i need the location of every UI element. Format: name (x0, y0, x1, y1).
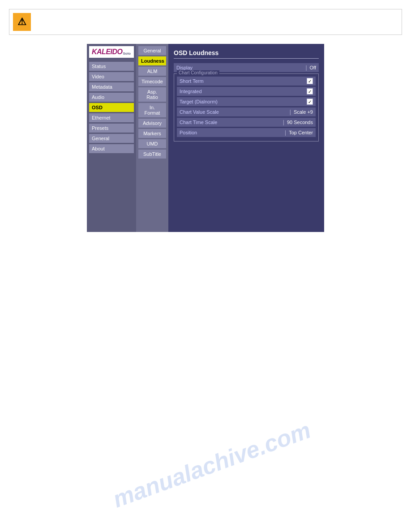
chart-value-scale-label: Chart Value Scale (180, 109, 287, 115)
sidebar-item-metadata[interactable]: Metadata (89, 82, 134, 91)
short-term-row: Short Term ✓ (177, 77, 316, 86)
chart-value-scale-row: Chart Value Scale | Scale +9 (177, 107, 316, 116)
target-dialnorm-checkbox[interactable]: ✓ (307, 99, 313, 105)
position-value: Top Center (289, 130, 313, 135)
sidebar-item-general[interactable]: General (89, 134, 134, 143)
sidebar-item-audio[interactable]: Audio (89, 93, 134, 102)
middle-sidebar: General Loudness ALM Timecode Asp. Ratio… (136, 44, 168, 232)
main-content: OSD Loudness Display | Off Chart Configu… (168, 44, 324, 232)
mid-nav-timecode[interactable]: Timecode (138, 77, 166, 86)
target-dialnorm-label: Target (Dialnorm) (180, 99, 307, 104)
warning-icon: ⚠ (17, 16, 26, 28)
mid-nav-advisory[interactable]: Advisory (138, 119, 166, 128)
chart-time-scale-row: Chart Time Scale | 90 Seconds (177, 118, 316, 127)
mid-nav-markers[interactable]: Markers (138, 129, 166, 138)
mid-nav-umd[interactable]: UMD (138, 139, 166, 148)
logo-solo: Solo (123, 51, 131, 56)
watermark: manualachive.com (109, 416, 314, 513)
chart-time-scale-sep: | (283, 119, 284, 125)
sidebar-item-presets[interactable]: Presets (89, 124, 134, 133)
warning-icon-box: ⚠ (13, 13, 31, 31)
chart-value-scale-value: Scale +9 (294, 109, 313, 115)
short-term-checkbox[interactable]: ✓ (307, 78, 313, 84)
chart-config-label: Chart Configuration (177, 70, 219, 75)
mid-nav-alm[interactable]: ALM (138, 67, 166, 76)
chart-config-group: Chart Configuration Short Term ✓ Integra… (174, 73, 319, 142)
chart-time-scale-value: 90 Seconds (287, 120, 313, 125)
integrated-label: Integrated (180, 89, 307, 94)
app-container: KALEIDO Solo Status Video Metadata Audio… (87, 44, 324, 232)
position-label: Position (180, 130, 282, 135)
sidebar-item-ethernet[interactable]: Ethernet (89, 113, 134, 122)
mid-nav-in-format[interactable]: In. Format (138, 103, 166, 117)
integrated-checkbox[interactable]: ✓ (307, 88, 313, 94)
sidebar-item-osd[interactable]: OSD (89, 103, 134, 112)
mid-nav-loudness[interactable]: Loudness (138, 56, 166, 65)
mid-nav-general[interactable]: General (138, 46, 166, 55)
logo-area: KALEIDO Solo (89, 46, 134, 58)
chart-time-scale-label: Chart Time Scale (180, 120, 280, 125)
position-row: Position | Top Center (177, 128, 316, 137)
chart-value-scale-sep: | (290, 109, 291, 115)
warning-banner: ⚠ (9, 9, 402, 35)
sidebar-item-about[interactable]: About (89, 144, 134, 153)
left-sidebar: KALEIDO Solo Status Video Metadata Audio… (87, 44, 136, 232)
sidebar-item-video[interactable]: Video (89, 72, 134, 81)
display-value: Off (310, 65, 316, 70)
position-sep: | (285, 129, 286, 136)
logo-kaleido: KALEIDO (92, 48, 123, 56)
short-term-label: Short Term (180, 78, 307, 84)
mid-nav-subtitle[interactable]: SubTitle (138, 150, 166, 159)
sidebar-item-status[interactable]: Status (89, 62, 134, 71)
display-separator: | (305, 64, 307, 71)
section-title: OSD Loudness (174, 49, 319, 59)
integrated-row: Integrated ✓ (177, 87, 316, 96)
display-label: Display (176, 65, 303, 70)
mid-nav-asp-ratio[interactable]: Asp. Ratio (138, 87, 166, 102)
target-dialnorm-row: Target (Dialnorm) ✓ (177, 97, 316, 106)
